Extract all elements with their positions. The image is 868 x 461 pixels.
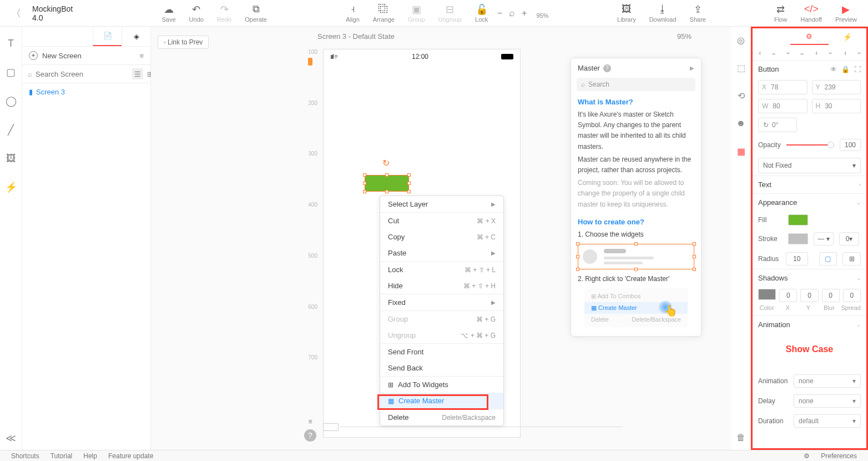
duration-select[interactable]: default▾ — [794, 414, 861, 428]
cube-icon[interactable]: ⬚ — [734, 61, 748, 74]
align-center-icon[interactable]: ⫠ — [767, 45, 781, 60]
master-header[interactable]: Master ? ▶ — [571, 58, 701, 78]
resize-handle[interactable] — [363, 182, 366, 185]
collapse-rail-icon[interactable]: ≪ — [6, 432, 16, 444]
footer-tutorial[interactable]: Tutorial — [51, 452, 73, 460]
link-to-prev-badge[interactable]: ◦ Link to Prev — [158, 36, 209, 49]
w-input[interactable]: W80 — [758, 99, 808, 113]
lock-icon[interactable]: 🔒 — [841, 66, 850, 73]
redo-button[interactable]: ↷Redo — [210, 2, 238, 25]
h-input[interactable]: H30 — [812, 99, 861, 113]
cm-lock[interactable]: Lock⌘ + ⇧ + L — [380, 262, 503, 278]
line-tool-icon[interactable]: ╱ — [8, 124, 14, 136]
shadow-x-input[interactable]: 0 — [779, 289, 797, 302]
download-button[interactable]: ⭳Download — [643, 2, 683, 25]
zoom-in-button[interactable]: + — [519, 6, 529, 21]
footer-preferences[interactable]: Preferences — [821, 452, 857, 460]
eye-icon[interactable]: 👁 — [830, 66, 837, 73]
opacity-slider[interactable] — [786, 144, 834, 146]
lock-button[interactable]: 🔓Lock — [468, 2, 495, 25]
shadow-color-swatch[interactable] — [758, 289, 776, 300]
shadow-spread-input[interactable]: 0 — [843, 289, 861, 302]
opacity-value[interactable]: 100 — [840, 139, 861, 151]
hscroll-thumb[interactable] — [323, 423, 339, 431]
help-icon[interactable]: ? — [304, 429, 316, 442]
save-button[interactable]: ☁Save — [155, 2, 183, 25]
stroke-swatch[interactable] — [788, 233, 808, 244]
align-middle-icon[interactable]: ⫞ — [810, 45, 824, 60]
library-button[interactable]: 🖼Library — [610, 2, 643, 25]
cm-fixed[interactable]: Fixed▶ — [380, 294, 503, 310]
list-view-icon[interactable]: ☰ — [132, 68, 143, 79]
flow-button[interactable]: ⇄Flow — [768, 2, 794, 25]
image-tool-icon[interactable]: 🖼 — [6, 153, 16, 164]
tab-filter[interactable] — [753, 28, 790, 45]
preview-button[interactable]: ▶Preview — [829, 2, 864, 25]
resize-handle[interactable] — [363, 190, 366, 193]
delay-select[interactable]: none▾ — [794, 394, 861, 408]
operate-button[interactable]: ⧉Operate — [238, 2, 274, 25]
cm-paste[interactable]: Paste▶ — [380, 245, 503, 261]
shadow-blur-input[interactable]: 0 — [822, 289, 840, 302]
master-what-is-link[interactable]: What is Master? — [571, 96, 701, 108]
distribute-h-icon[interactable]: ⫞ — [838, 45, 852, 60]
ruler-toggle-icon[interactable]: ≡ — [304, 415, 316, 428]
rotate-handle-icon[interactable]: ↻ — [382, 158, 390, 168]
footer-shortcuts[interactable]: Shortcuts — [11, 452, 39, 460]
rotation-input[interactable]: ↻0° — [758, 118, 797, 132]
cm-add-widgets[interactable]: ⊞Add To Widgets — [380, 377, 503, 393]
text-section[interactable]: Text› — [753, 176, 866, 193]
template-icon[interactable]: ▦ — [734, 144, 748, 158]
radius-uniform-icon[interactable]: ▢ — [819, 252, 837, 265]
footer-help[interactable]: Help — [83, 452, 97, 460]
zoom-out-button[interactable]: − — [495, 6, 504, 21]
resize-handle[interactable] — [385, 190, 388, 193]
x-input[interactable]: X78 — [758, 80, 808, 94]
stroke-style-select[interactable]: — ▾ — [814, 232, 834, 245]
face-icon[interactable]: ☻ — [734, 117, 748, 130]
resize-handle[interactable] — [407, 182, 411, 185]
tab-settings[interactable]: ⚙ — [790, 28, 828, 45]
resize-handle[interactable] — [363, 173, 366, 177]
radius-independent-icon[interactable]: ⊞ — [842, 252, 861, 265]
rect-tool-icon[interactable]: ▢ — [6, 66, 16, 78]
shadow-y-input[interactable]: 0 — [800, 289, 818, 302]
tab-layers[interactable]: ◈ — [122, 27, 150, 46]
align-right-icon[interactable]: ⫟ — [781, 45, 795, 60]
y-input[interactable]: Y239 — [812, 80, 861, 94]
arrange-button[interactable]: ⿻Arrange — [366, 2, 401, 25]
animation-select[interactable]: none▾ — [794, 374, 861, 388]
handoff-button[interactable]: </>Handoff — [794, 2, 829, 25]
cm-send-back[interactable]: Send Back — [380, 360, 503, 376]
cm-create-master[interactable]: ▦Create Master — [380, 393, 503, 409]
circle-tool-icon[interactable]: ◯ — [6, 95, 17, 107]
resize-handle[interactable] — [407, 173, 411, 177]
back-button[interactable]: 〈 — [4, 7, 28, 20]
resize-handle[interactable] — [385, 173, 388, 177]
radius-input[interactable]: 10 — [786, 252, 808, 265]
tab-interactions[interactable]: ⚡ — [829, 28, 866, 45]
refresh-icon[interactable]: ⟲ — [734, 89, 748, 102]
showcase-button[interactable]: Show Case — [753, 333, 866, 371]
share-button[interactable]: ⇪Share — [683, 2, 713, 25]
master-search[interactable]: ⌕Search — [577, 78, 695, 91]
cm-select-layer[interactable]: Select Layer▶ — [380, 196, 503, 212]
appearance-section[interactable]: Appearance⌄ — [753, 193, 866, 211]
group-button[interactable]: ▣Group — [401, 2, 432, 25]
ungroup-button[interactable]: ⊟Ungroup — [432, 2, 468, 25]
trash-icon[interactable]: 🗑 — [734, 431, 748, 444]
cm-hide[interactable]: Hide⌘ + ⇧ + H — [380, 278, 503, 294]
new-screen-button[interactable]: + New Screen ≡ — [22, 47, 150, 65]
fixed-select[interactable]: Not Fixed▾ — [758, 158, 861, 173]
align-top-icon[interactable]: ⫠ — [795, 45, 810, 60]
cm-send-front[interactable]: Send Front — [380, 344, 503, 360]
text-tool-icon[interactable]: T — [8, 38, 14, 49]
search-screen-input[interactable] — [36, 70, 129, 78]
help-icon[interactable]: ? — [603, 64, 611, 72]
undo-button[interactable]: ↶Undo — [183, 2, 210, 25]
align-bottom-icon[interactable]: ⫟ — [824, 45, 838, 60]
animation-section[interactable]: Animation⌄ — [753, 315, 866, 333]
distribute-v-icon[interactable]: ⫟ — [852, 45, 866, 60]
tab-pages[interactable]: 📄 — [93, 27, 122, 46]
canvas-area[interactable]: ◦ Link to Prev Screen 3 - Default State … — [151, 27, 731, 450]
